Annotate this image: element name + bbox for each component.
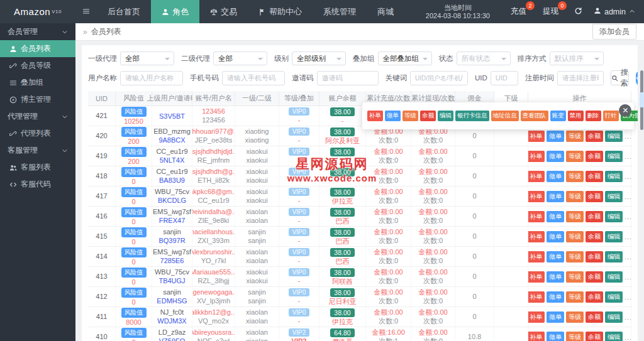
more-actions[interactable]: ... bbox=[625, 173, 631, 180]
sidebar-item-2-0[interactable]: 客服列表 bbox=[0, 159, 75, 176]
row-action-余额[interactable]: 余额 bbox=[586, 131, 603, 142]
recharge-link[interactable]: 充值 2 bbox=[511, 6, 526, 17]
popup-action-地址信息[interactable]: 地址信息 bbox=[491, 111, 519, 121]
row-action-做单[interactable]: 做单 bbox=[547, 191, 564, 202]
top-menu-item-5[interactable]: 商城 bbox=[367, 0, 404, 23]
row-action-编辑[interactable]: 编辑 bbox=[605, 271, 623, 283]
add-member-button[interactable]: 添加会员 bbox=[592, 24, 636, 40]
row-action-编辑[interactable]: 编辑 bbox=[605, 151, 623, 162]
row-action-补单[interactable]: 补单 bbox=[528, 171, 545, 182]
sidebar-item-2-1[interactable]: 客服代码 bbox=[0, 176, 75, 193]
row-action-做单[interactable]: 做单 bbox=[547, 151, 564, 162]
filter-select-2[interactable]: 全部级别 bbox=[292, 51, 346, 65]
row-action-补单[interactable]: 补单 bbox=[528, 151, 545, 162]
more-actions[interactable]: ... bbox=[625, 133, 631, 140]
invite-code[interactable]: BQ397R bbox=[158, 237, 185, 245]
invite-code[interactable]: S3V5BT bbox=[159, 112, 185, 121]
filter-select-4[interactable]: 所有状态 bbox=[457, 51, 511, 65]
row-action-编辑[interactable]: 编辑 bbox=[605, 332, 623, 341]
sidebar-item-1-0[interactable]: 代理列表 bbox=[0, 125, 75, 142]
row-action-余额[interactable]: 余额 bbox=[586, 211, 603, 222]
risk-badge[interactable]: 风险值 bbox=[121, 227, 147, 237]
risk-badge[interactable]: 风险值 bbox=[121, 247, 147, 257]
row-action-补单[interactable]: 补单 bbox=[528, 311, 545, 323]
row-action-做单[interactable]: 做单 bbox=[547, 311, 564, 323]
row-action-编辑[interactable]: 编辑 bbox=[605, 211, 623, 222]
hamburger-icon[interactable] bbox=[75, 0, 97, 23]
invite-code[interactable]: BKCDLG bbox=[158, 197, 186, 205]
row-action-等级[interactable]: 等级 bbox=[566, 171, 584, 182]
row-action-做单[interactable]: 做单 bbox=[547, 231, 564, 242]
invite-code[interactable]: TB4UGJ bbox=[158, 277, 185, 285]
risk-badge[interactable]: 风险值 bbox=[121, 207, 147, 217]
row-action-编辑[interactable]: 编辑 bbox=[605, 191, 623, 202]
row-action-补单[interactable]: 补单 bbox=[528, 271, 545, 283]
popup-action-余额[interactable]: 余额 bbox=[420, 111, 436, 121]
invite-code[interactable]: 5NLT4X bbox=[160, 156, 185, 165]
more-actions[interactable]: ... bbox=[625, 253, 631, 261]
popup-action-做单[interactable]: 做单 bbox=[385, 111, 401, 121]
row-action-等级[interactable]: 等级 bbox=[566, 291, 584, 303]
row-action-做单[interactable]: 做单 bbox=[547, 171, 564, 182]
filter-input-3[interactable] bbox=[410, 71, 468, 85]
top-menu-item-1[interactable]: 角色 bbox=[151, 0, 199, 23]
invite-code[interactable]: EDMHSG bbox=[157, 297, 187, 305]
filter-input-1[interactable] bbox=[222, 71, 285, 85]
row-action-余额[interactable]: 余额 bbox=[586, 191, 603, 202]
popup-action-等级[interactable]: 等级 bbox=[402, 111, 418, 121]
more-actions[interactable]: ... bbox=[625, 193, 631, 200]
row-action-余额[interactable]: 余额 bbox=[586, 251, 603, 263]
row-action-编辑[interactable]: 编辑 bbox=[605, 131, 623, 142]
popup-action-账变[interactable]: 账变 bbox=[550, 111, 566, 121]
row-action-编辑[interactable]: 编辑 bbox=[605, 251, 623, 263]
row-action-余额[interactable]: 余额 bbox=[586, 171, 603, 182]
more-actions[interactable]: ... bbox=[625, 333, 631, 341]
sidebar-section-1[interactable]: 代理管理 bbox=[0, 108, 75, 125]
sidebar-item-0-2[interactable]: 叠加组 bbox=[0, 74, 75, 91]
risk-badge[interactable]: 风险值 bbox=[121, 187, 147, 197]
filter-input-5[interactable] bbox=[557, 71, 604, 85]
row-action-余额[interactable]: 余额 bbox=[586, 291, 603, 303]
refresh-icon[interactable] bbox=[574, 6, 582, 18]
withdraw-link[interactable]: 提现 0 bbox=[543, 6, 558, 17]
row-action-编辑[interactable]: 编辑 bbox=[605, 171, 623, 182]
row-action-做单[interactable]: 做单 bbox=[547, 332, 564, 341]
floating-tab-partial[interactable] bbox=[640, 92, 644, 107]
row-action-编辑[interactable]: 编辑 bbox=[605, 231, 623, 242]
row-action-补单[interactable]: 补单 bbox=[528, 231, 545, 242]
popup-action-银行卡信息[interactable]: 银行卡信息 bbox=[455, 111, 489, 121]
row-action-做单[interactable]: 做单 bbox=[547, 291, 564, 303]
popup-action-打针[interactable]: 打针 bbox=[603, 111, 619, 121]
popup-action-禁用[interactable]: 禁用 bbox=[568, 111, 584, 121]
top-menu-item-0[interactable]: 后台首页 bbox=[97, 0, 151, 23]
row-action-余额[interactable]: 余额 bbox=[586, 151, 603, 162]
row-action-等级[interactable]: 等级 bbox=[566, 211, 584, 222]
row-action-等级[interactable]: 等级 bbox=[566, 332, 584, 341]
top-menu-item-3[interactable]: 帮助中心 bbox=[248, 0, 313, 23]
row-action-做单[interactable]: 做单 bbox=[547, 271, 564, 283]
risk-badge[interactable]: 风险值 bbox=[121, 288, 147, 298]
row-action-做单[interactable]: 做单 bbox=[547, 211, 564, 222]
row-action-等级[interactable]: 等级 bbox=[566, 191, 584, 202]
filter-select-5[interactable]: 默认排序 bbox=[550, 51, 604, 65]
filter-input-0[interactable] bbox=[120, 71, 183, 85]
more-actions[interactable]: ... bbox=[625, 233, 631, 241]
popup-action-补单[interactable]: 补单 bbox=[367, 111, 383, 121]
sidebar-item-0-3[interactable]: 博主管理 bbox=[0, 91, 75, 108]
filter-input-4[interactable] bbox=[491, 71, 518, 85]
popup-close-button[interactable] bbox=[619, 104, 631, 117]
top-menu-item-4[interactable]: 系统管理 bbox=[313, 0, 367, 23]
row-action-等级[interactable]: 等级 bbox=[566, 251, 584, 263]
more-actions[interactable]: ... bbox=[625, 293, 631, 301]
sidebar-section-0[interactable]: 会员管理 bbox=[0, 23, 75, 40]
row-action-补单[interactable]: 补单 bbox=[528, 211, 545, 222]
row-action-补单[interactable]: 补单 bbox=[528, 131, 545, 142]
popup-action-查看团队[interactable]: 查看团队 bbox=[521, 111, 548, 121]
row-action-等级[interactable]: 等级 bbox=[566, 131, 584, 142]
risk-badge[interactable]: 风险值 bbox=[121, 127, 147, 137]
invite-code[interactable]: 9A8BCX bbox=[158, 136, 185, 144]
row-action-等级[interactable]: 等级 bbox=[566, 311, 584, 323]
row-action-余额[interactable]: 余额 bbox=[586, 231, 603, 242]
invite-code[interactable]: BA83U9 bbox=[159, 176, 185, 185]
search-button[interactable]: 搜 索 bbox=[611, 70, 629, 85]
